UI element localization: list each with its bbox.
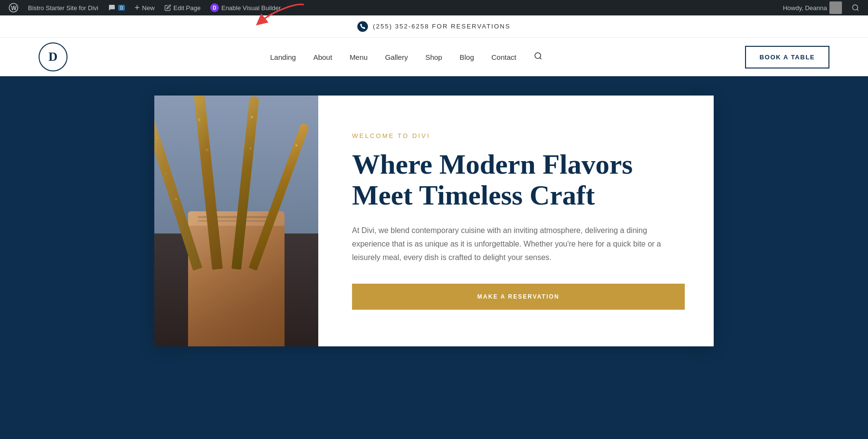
- hero-card: WELCOME TO DIVI Where Modern Flavors Mee…: [154, 96, 714, 346]
- site-header: D Landing About Menu Gallery Shop Blog C…: [0, 38, 868, 76]
- book-table-button[interactable]: BOOK A TABLE: [745, 46, 829, 69]
- phone-icon: [357, 21, 368, 32]
- hero-content: WELCOME TO DIVI Where Modern Flavors Mee…: [318, 96, 714, 346]
- hero-image: [154, 96, 318, 346]
- hero-body-text: At Divi, we blend contemporary cuisine w…: [352, 224, 670, 264]
- admin-bar-right: Howdy, Deanna: [778, 0, 864, 15]
- wp-logo[interactable]: W: [4, 0, 23, 15]
- enable-visual-builder[interactable]: D Enable Visual Builder: [205, 0, 285, 15]
- top-bar: (255) 352-6258 FOR RESERVATIONS: [0, 15, 868, 38]
- nav-menu[interactable]: Menu: [350, 53, 368, 61]
- main-nav: Landing About Menu Gallery Shop Blog Con…: [270, 52, 542, 62]
- site-name[interactable]: Bistro Starter Site for Divi: [23, 0, 103, 15]
- nav-landing[interactable]: Landing: [270, 53, 296, 61]
- svg-point-3: [853, 5, 858, 10]
- nav-contact[interactable]: Contact: [491, 53, 516, 61]
- admin-bar: W Bistro Starter Site for Divi 0 + New E…: [0, 0, 868, 15]
- svg-text:W: W: [11, 5, 17, 12]
- search-admin[interactable]: [847, 0, 864, 15]
- breadstick-image: [154, 96, 318, 346]
- divi-icon: D: [210, 3, 219, 12]
- welcome-label: WELCOME TO DIVI: [352, 132, 685, 139]
- svg-line-6: [540, 57, 541, 59]
- nav-blog[interactable]: Blog: [460, 53, 474, 61]
- user-avatar: [829, 1, 842, 14]
- phone-number: (255) 352-6258 FOR RESERVATIONS: [373, 23, 510, 30]
- site-logo[interactable]: D: [39, 42, 68, 71]
- svg-line-4: [857, 9, 858, 11]
- make-reservation-button[interactable]: MAKE A RESERVATION: [352, 284, 685, 310]
- nav-about[interactable]: About: [313, 53, 332, 61]
- howdy-user[interactable]: Howdy, Deanna: [778, 0, 847, 15]
- nav-shop[interactable]: Shop: [425, 53, 442, 61]
- hero-heading: Where Modern Flavors Meet Timeless Craft: [352, 149, 685, 211]
- nav-gallery[interactable]: Gallery: [385, 53, 408, 61]
- comments-link[interactable]: 0: [103, 0, 130, 15]
- hero-section: WELCOME TO DIVI Where Modern Flavors Mee…: [0, 76, 868, 366]
- new-content[interactable]: + New: [130, 0, 160, 15]
- nav-search-icon[interactable]: [534, 52, 542, 62]
- edit-page[interactable]: Edit Page: [160, 0, 205, 15]
- svg-point-5: [535, 53, 541, 58]
